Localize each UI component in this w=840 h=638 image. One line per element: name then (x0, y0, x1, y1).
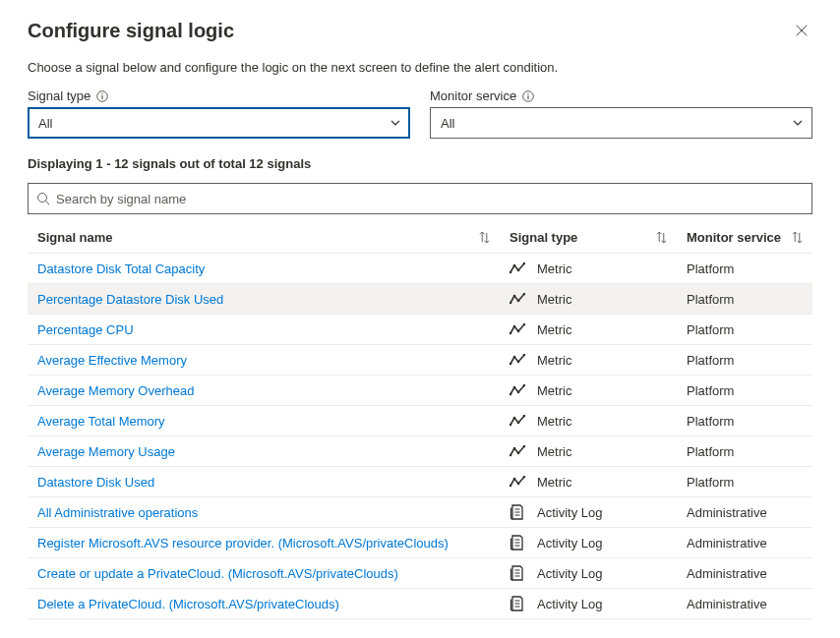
info-icon[interactable] (96, 90, 108, 102)
signal-name-link[interactable]: Delete a PrivateCloud. (Microsoft.AVS/pr… (37, 597, 339, 611)
metric-icon (510, 321, 525, 337)
col-header-type[interactable]: Signal type (510, 230, 687, 245)
monitor-service-label: Monitor service (430, 88, 812, 103)
info-icon[interactable] (522, 90, 534, 102)
metric-icon (510, 382, 525, 398)
table-row[interactable]: Percentage Datastore Disk UsedMetricPlat… (28, 283, 812, 314)
signal-type-text: Metric (537, 383, 571, 398)
signal-type-text: Metric (537, 353, 571, 368)
description-text: Choose a signal below and configure the … (28, 60, 812, 75)
signal-type-text: Metric (537, 261, 571, 276)
signal-name-link[interactable]: Percentage Datastore Disk Used (37, 292, 223, 307)
table-row[interactable]: Average Effective MemoryMetricPlatform (28, 344, 812, 375)
signal-name-link[interactable]: Register Microsoft.AVS resource provider… (37, 536, 449, 551)
signal-name-link[interactable]: Datastore Disk Total Capacity (37, 261, 205, 276)
search-input[interactable] (56, 192, 804, 206)
metric-icon (510, 261, 525, 276)
metric-icon (510, 352, 525, 368)
table-row[interactable]: Percentage CPUMetricPlatform (28, 314, 812, 344)
signal-name-link[interactable]: All Administrative operations (37, 505, 198, 520)
table-row[interactable]: Create or update a PrivateCloud. (Micros… (28, 557, 812, 588)
chevron-down-icon (390, 117, 401, 129)
signal-type-text: Activity Log (537, 505, 602, 520)
activity-log-icon (510, 596, 525, 611)
table-row[interactable]: Datastore Disk Total CapacityMetricPlatf… (28, 253, 812, 283)
signal-name-link[interactable]: Datastore Disk Used (37, 475, 154, 490)
table-row[interactable]: Delete a PrivateCloud. (Microsoft.AVS/pr… (28, 588, 812, 619)
close-icon (795, 24, 809, 37)
activity-log-icon (510, 504, 525, 520)
monitor-service-value: All (441, 116, 454, 131)
activity-log-icon (510, 535, 525, 551)
signal-name-link[interactable]: Average Effective Memory (37, 353, 187, 368)
table-row[interactable]: Register Microsoft.AVS resource provider… (28, 527, 812, 557)
monitor-service-text: Administrative (687, 566, 803, 581)
table-row[interactable]: Datastore Disk UsedMetricPlatform (28, 466, 812, 496)
signal-type-text: Metric (537, 475, 571, 490)
monitor-service-text: Platform (687, 383, 803, 398)
signal-name-link[interactable]: Average Memory Overhead (37, 383, 194, 398)
search-icon (36, 192, 50, 205)
monitor-service-text: Platform (687, 322, 803, 337)
sort-icon (656, 231, 667, 244)
signal-type-text: Metric (537, 414, 571, 429)
table-row[interactable]: Average Memory UsageMetricPlatform (28, 435, 812, 466)
metric-icon (510, 291, 525, 307)
metric-icon (510, 443, 525, 459)
monitor-service-text: Administrative (687, 505, 803, 520)
table-row[interactable]: Average Memory OverheadMetricPlatform (28, 375, 812, 405)
signal-type-text: Metric (537, 322, 571, 337)
signal-type-text: Metric (537, 292, 571, 307)
signal-name-link[interactable]: Percentage CPU (37, 322, 134, 337)
col-header-service[interactable]: Monitor service (687, 230, 803, 245)
monitor-service-text: Administrative (687, 597, 803, 611)
signal-type-text: Metric (537, 444, 571, 459)
search-box[interactable] (28, 183, 812, 214)
signal-type-label: Signal type (28, 88, 410, 103)
sort-icon (479, 231, 490, 244)
page-title: Configure signal logic (28, 20, 234, 42)
metric-icon (510, 413, 525, 429)
signal-type-select[interactable]: All (28, 107, 410, 139)
result-count: Displaying 1 - 12 signals out of total 1… (28, 156, 812, 171)
signal-type-text: Activity Log (537, 597, 602, 611)
metric-icon (510, 474, 525, 490)
monitor-service-text: Platform (687, 444, 803, 459)
monitor-service-text: Platform (687, 261, 803, 276)
signal-name-link[interactable]: Average Total Memory (37, 414, 165, 429)
chevron-down-icon (792, 117, 804, 129)
table-row[interactable]: Average Total MemoryMetricPlatform (28, 405, 812, 435)
activity-log-icon (510, 565, 525, 581)
table-row[interactable]: All Administrative operationsActivity Lo… (28, 496, 812, 527)
monitor-service-text: Platform (687, 353, 803, 368)
sort-icon (792, 231, 803, 244)
signal-type-text: Activity Log (537, 566, 602, 581)
monitor-service-text: Platform (687, 292, 803, 307)
monitor-service-select[interactable]: All (430, 107, 812, 139)
signal-name-link[interactable]: Average Memory Usage (37, 444, 175, 459)
signal-type-text: Activity Log (537, 536, 602, 551)
signal-name-link[interactable]: Create or update a PrivateCloud. (Micros… (37, 566, 398, 581)
monitor-service-text: Administrative (687, 536, 803, 551)
monitor-service-text: Platform (687, 414, 803, 429)
monitor-service-text: Platform (687, 475, 803, 490)
close-button[interactable] (791, 20, 812, 41)
col-header-name[interactable]: Signal name (37, 230, 510, 245)
signal-type-value: All (38, 116, 52, 131)
